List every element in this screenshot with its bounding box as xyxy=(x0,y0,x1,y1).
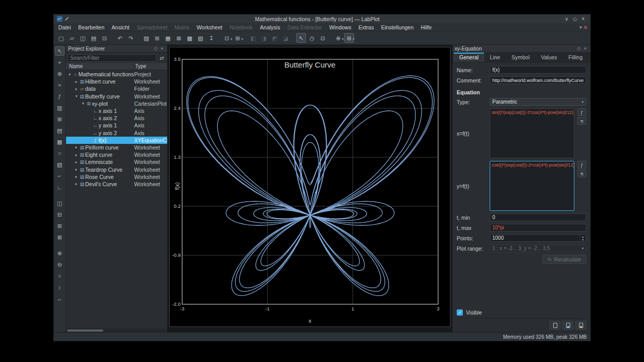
save-function-button[interactable] xyxy=(562,321,573,330)
menu-item-notebook[interactable]: Notebook xyxy=(226,24,256,30)
menu-item-matrix[interactable]: Matrix xyxy=(171,24,193,30)
menu-item-data-extractor[interactable]: Data Extractor xyxy=(284,24,326,30)
close-document-icon[interactable]: ⊗ xyxy=(583,25,587,30)
menu-item-worksheet[interactable]: Worksheet xyxy=(193,24,226,30)
zoom-fit-height-tool[interactable]: ↕ xyxy=(55,283,65,292)
tree-row-piriform-curve[interactable]: ▸▤Piriform curveWorksheet xyxy=(66,144,167,151)
recalculate-button[interactable]: ↻ Recalculate xyxy=(542,255,586,264)
cascade-windows-button[interactable]: ◧ xyxy=(248,33,258,43)
tab-symbol[interactable]: Symbol xyxy=(506,53,535,62)
export-button[interactable]: ⊡▾ xyxy=(222,33,232,43)
tree-row-y-axis-2[interactable]: ∟y axis 2Axis xyxy=(66,129,167,137)
select-pointer-button[interactable]: ↖ xyxy=(296,33,306,43)
new-workbook-button[interactable]: ⊞ xyxy=(152,33,162,43)
horizontal-layout-tool[interactable]: ⊟ xyxy=(55,210,65,219)
horizontal-scrollbar[interactable] xyxy=(66,328,167,332)
new-plot-button[interactable]: ⊞▾ xyxy=(233,33,243,43)
type-select[interactable]: Parametric ▾ xyxy=(490,98,586,106)
new-folder-button[interactable]: ▨ xyxy=(141,33,151,43)
vertical-layout-tool[interactable]: ◫ xyxy=(55,199,65,208)
add-info-element-tool[interactable]: ○ xyxy=(55,149,65,158)
open-project-button[interactable]: ▱ xyxy=(67,33,77,43)
insert-function-button[interactable]: ƒ xyxy=(577,108,586,116)
add-horizontal-axis-tool[interactable]: ⌐ xyxy=(55,171,65,180)
filter-options-icon[interactable]: ⇄ xyxy=(158,55,166,61)
add-text-label-tool[interactable]: ▤ xyxy=(55,126,65,135)
new-spreadsheet-button[interactable]: ▦ xyxy=(163,33,173,43)
tree-row-f-x[interactable]: ƒf(x)XYEquationCurve xyxy=(66,137,167,144)
chevron-right-icon[interactable]: ▸ xyxy=(74,160,79,164)
tree-row-hilbert-curve[interactable]: ▸▤Hilbert curveWorksheet xyxy=(66,78,167,85)
new-project-button[interactable]: ▢ xyxy=(56,33,66,43)
close-button[interactable]: × xyxy=(579,16,587,22)
chevron-right-icon[interactable]: ▸ xyxy=(74,167,79,172)
break-layout-tool[interactable]: ⊠ xyxy=(55,233,65,242)
tab-general[interactable]: General xyxy=(454,53,484,62)
tree-row-x-axis-1[interactable]: ∟x axis 1Axis xyxy=(66,107,167,114)
points-spinbox[interactable]: ▴ ▾ xyxy=(490,234,586,242)
zoom-in-tool[interactable]: ⊕ xyxy=(55,249,65,258)
tree-row-mathematical-functions[interactable]: ▾⌂Mathematical functionsProject xyxy=(66,71,167,78)
t-max-input[interactable] xyxy=(490,224,586,232)
menu-item-einstellungen[interactable]: Einstellungen xyxy=(377,24,417,30)
chevron-right-icon[interactable]: ▸ xyxy=(74,153,79,157)
add-equation-curve-tool[interactable]: ƒ xyxy=(55,92,65,101)
t-min-input[interactable] xyxy=(490,213,586,221)
points-input[interactable] xyxy=(490,235,579,241)
tree-row-xy-plot[interactable]: ▾⊞xy-plotCartesianPlot xyxy=(66,100,167,107)
comment-input[interactable] xyxy=(490,76,586,84)
insert-constant-button[interactable]: π xyxy=(577,117,586,125)
add-plot-tool[interactable]: ⊞ xyxy=(55,114,65,124)
tab-line[interactable]: Line xyxy=(484,53,506,62)
new-matrix-button[interactable]: ⊠ xyxy=(174,33,184,43)
chevron-down-icon[interactable]: ▾ xyxy=(81,101,86,106)
minimize-button[interactable]: ∨ xyxy=(562,16,571,22)
add-vertical-axis-tool[interactable]: ∟ xyxy=(55,183,65,192)
tree-row-rose-curve[interactable]: ▸▤Rose CurveWorksheet xyxy=(66,173,167,180)
titlebar[interactable]: Mathematical functions - [Butterfly curv… xyxy=(54,14,590,23)
menu-item-datei[interactable]: Datei xyxy=(55,24,75,30)
chevron-right-icon[interactable]: ▸ xyxy=(74,182,79,186)
menu-item-hilfe[interactable]: Hilfe xyxy=(417,24,435,30)
tree-row-data[interactable]: ▸▱dataFolder xyxy=(66,85,167,92)
name-input[interactable] xyxy=(490,66,586,74)
insert-function-button[interactable]: ƒ xyxy=(577,161,586,169)
print-preview-button[interactable]: ⊡ xyxy=(100,33,109,43)
menu-item-analysis[interactable]: Analysis xyxy=(256,24,284,30)
y-equation-input[interactable]: cos(t)*(exp(cos(t))-2*cos(4*t)-pow(sin(t… xyxy=(490,161,574,211)
zoom-origin-tool[interactable]: ○ xyxy=(55,271,65,281)
tree-row-y-axis-1[interactable]: ∟y axis 1Axis xyxy=(66,122,167,129)
crosshair-tool[interactable]: + xyxy=(55,58,65,67)
chevron-right-icon[interactable]: ▸ xyxy=(74,87,79,91)
pointer-tool[interactable]: ↖ xyxy=(55,46,65,56)
new-notebook-button[interactable]: ▧ xyxy=(196,33,205,43)
grid-layout-tool[interactable]: ⊞ xyxy=(55,221,65,231)
tree-row-butterfly-curve[interactable]: ▾▤Butterfly curveWorksheet xyxy=(66,93,167,100)
zoom-out-tool[interactable]: ⊖ xyxy=(55,260,65,269)
tree-row-devil-s-curve[interactable]: ▸▤Devil's CurveWorksheet xyxy=(66,180,167,188)
import-data-button[interactable]: ↧ xyxy=(206,33,216,43)
chevron-down-icon[interactable]: ▾ xyxy=(67,72,72,77)
chevron-down-icon[interactable]: ▾ xyxy=(74,94,79,98)
new-worksheet-button[interactable]: ▩ xyxy=(185,33,195,43)
menubar-overflow-icon[interactable]: ▾ xyxy=(579,25,582,30)
tree-row-eight-curve[interactable]: ▸▤Eight curveWorksheet xyxy=(66,151,167,158)
float-dock-icon[interactable]: ◇ xyxy=(576,46,582,51)
zoom-mode-button[interactable]: ⊕▾ xyxy=(333,33,343,43)
menu-item-spreadsheet[interactable]: Spreadsheet xyxy=(133,24,171,30)
tree-row-teardrop-curve[interactable]: ▸▤Teardrop CurveWorksheet xyxy=(66,166,167,173)
menu-item-ansicht[interactable]: Ansicht xyxy=(108,24,133,30)
chevron-right-icon[interactable]: ▸ xyxy=(74,79,79,84)
print-button[interactable]: ▤ xyxy=(89,33,99,43)
tile-windows-button[interactable]: ◨ xyxy=(259,33,269,43)
spin-down-icon[interactable]: ▾ xyxy=(582,238,584,241)
zoom-fit-width-tool[interactable]: ↔ xyxy=(55,294,65,303)
column-header-type[interactable]: Type xyxy=(134,63,167,69)
redo-button[interactable]: ↷ xyxy=(126,33,136,43)
plot-range-select[interactable]: 1 : x = -3 .. 3, y = -2 .. 3,5 ▾ xyxy=(490,244,586,252)
menu-item-bearbeiten[interactable]: Bearbeiten xyxy=(75,24,108,30)
search-input[interactable] xyxy=(68,54,156,62)
tree-row-x-axis-2[interactable]: ∟x axis 2Axis xyxy=(66,114,167,122)
load-function-button[interactable] xyxy=(550,321,560,330)
undo-button[interactable]: ↶ xyxy=(115,33,125,43)
